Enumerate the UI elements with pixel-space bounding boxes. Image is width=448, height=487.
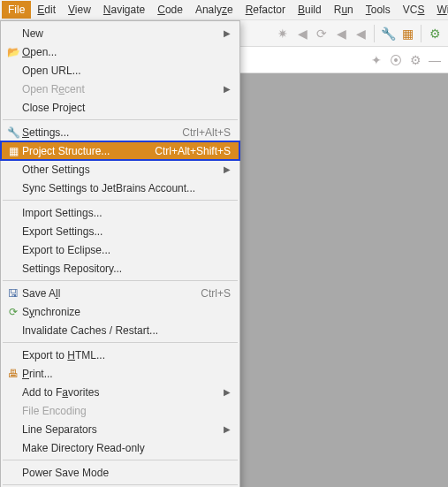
toolbar-separator (374, 25, 375, 42)
menu-item-close-project[interactable]: Close Project (1, 98, 239, 117)
menu-item-export-html[interactable]: Export to HTML... (1, 346, 239, 364)
toolbar-separator (421, 25, 421, 42)
menu-separator (3, 484, 238, 485)
menu-item-add-favorites[interactable]: Add to Favorites ▶ (1, 383, 239, 401)
bug-icon[interactable]: ✷ (275, 26, 291, 42)
stop-icon[interactable]: ◀ (333, 26, 349, 42)
menu-tools[interactable]: Tools (360, 1, 397, 19)
menubar: File Edit View Navigate Code Analyze Ref… (0, 0, 448, 20)
gear-icon: 🔧 (4, 126, 22, 139)
menu-item-other-settings[interactable]: Other Settings ▶ (1, 160, 239, 179)
menu-item-power-save[interactable]: Power Save Mode (1, 463, 239, 482)
collapse-icon[interactable]: — (427, 52, 443, 68)
menu-item-open-url[interactable]: Open URL... (1, 61, 239, 80)
menu-vcs[interactable]: VCS (397, 1, 431, 19)
wrench-icon[interactable]: 🔧 (380, 26, 396, 42)
menu-separator (3, 200, 238, 201)
menu-item-new[interactable]: New ▶ (1, 24, 239, 42)
shortcut-text: Ctrl+Alt+Shift+S (155, 145, 231, 157)
file-menu-dropdown: New ▶ 📂 Open... Open URL... Open Recent … (0, 20, 240, 487)
shortcut-text: Ctrl+Alt+S (182, 126, 231, 139)
menu-item-readonly[interactable]: Make Directory Read-only (1, 438, 239, 457)
shortcut-text: Ctrl+S (201, 287, 231, 300)
print-icon: 🖶 (4, 368, 22, 380)
menu-navigate[interactable]: Navigate (97, 1, 151, 19)
menu-separator (3, 119, 238, 120)
menu-separator (3, 460, 238, 460)
menu-run[interactable]: Run (328, 1, 360, 19)
save-all-icon: 🖫 (4, 287, 22, 300)
submenu-arrow-icon: ▶ (224, 164, 231, 174)
rerun-icon[interactable]: ⟳ (314, 26, 330, 42)
ant-icon[interactable]: ⚙ (427, 26, 443, 42)
target-icon[interactable]: ⦿ (388, 52, 404, 68)
menu-item-invalidate[interactable]: Invalidate Caches / Restart... (1, 321, 239, 339)
sync-icon: ⟳ (4, 306, 22, 318)
menu-item-settings-repo[interactable]: Settings Repository... (1, 259, 239, 278)
magic-icon[interactable]: ✦ (368, 52, 384, 68)
menu-item-settings[interactable]: 🔧 Settings... Ctrl+Alt+S (1, 123, 239, 141)
menu-code[interactable]: Code (151, 1, 189, 19)
menu-item-synchronize[interactable]: ⟳ Synchronize (1, 302, 239, 321)
menu-separator (3, 280, 238, 281)
run-arrow-icon[interactable]: ◀ (294, 26, 310, 42)
project-structure-icon: ▦ (4, 145, 22, 157)
menu-item-open-recent[interactable]: Open Recent ▶ (1, 80, 239, 98)
menu-analyze[interactable]: Analyze (189, 1, 239, 19)
menu-view[interactable]: View (62, 1, 97, 19)
menu-file[interactable]: File (2, 1, 31, 19)
menu-refactor[interactable]: Refactor (239, 1, 292, 19)
structure-toolbar-icon[interactable]: ▦ (399, 26, 415, 42)
submenu-arrow-icon: ▶ (224, 387, 231, 397)
menu-item-save-all[interactable]: 🖫 Save All Ctrl+S (1, 284, 239, 302)
folder-open-icon: 📂 (4, 46, 22, 58)
menu-item-sync-settings[interactable]: Sync Settings to JetBrains Account... (1, 179, 239, 197)
submenu-arrow-icon: ▶ (224, 424, 231, 434)
menu-separator (3, 342, 238, 343)
menu-window[interactable]: Wi (430, 1, 448, 19)
menu-item-print[interactable]: 🖶 Print... (1, 364, 239, 383)
menu-item-file-encoding[interactable]: File Encoding (1, 401, 239, 420)
menu-item-open[interactable]: 📂 Open... (1, 42, 239, 61)
menu-item-project-structure[interactable]: ▦ Project Structure... Ctrl+Alt+Shift+S (1, 141, 239, 160)
menu-item-export-settings[interactable]: Export Settings... (1, 222, 239, 240)
submenu-arrow-icon: ▶ (224, 28, 231, 38)
gear-small-icon[interactable]: ⚙ (407, 52, 423, 68)
menu-edit[interactable]: Edit (31, 1, 62, 19)
menu-item-import-settings[interactable]: Import Settings... (1, 203, 239, 222)
menu-build[interactable]: Build (292, 1, 328, 19)
menu-item-line-separators[interactable]: Line Separators ▶ (1, 420, 239, 438)
submenu-arrow-icon: ▶ (224, 84, 231, 94)
attach-icon[interactable]: ◀ (353, 26, 368, 42)
menu-item-export-eclipse[interactable]: Export to Eclipse... (1, 240, 239, 259)
